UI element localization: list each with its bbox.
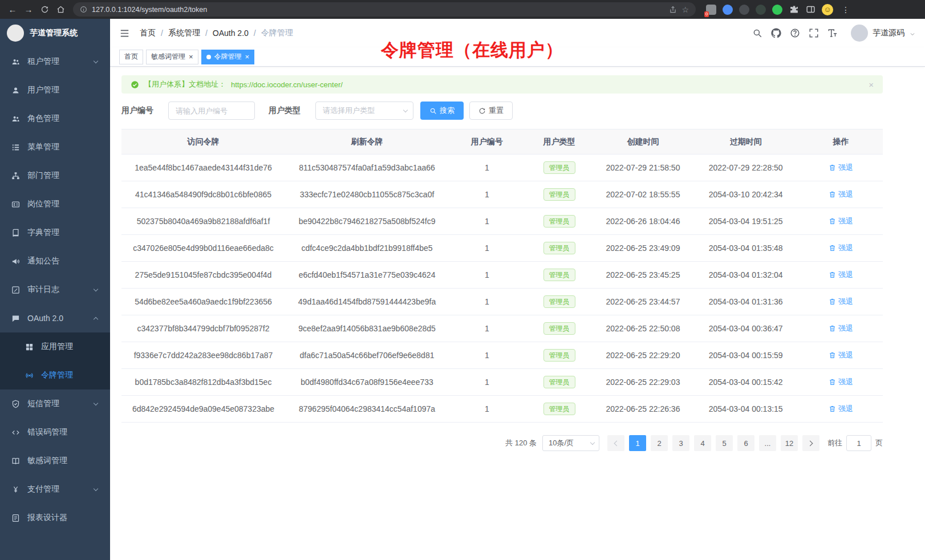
user-menu[interactable]: 芋道源码: [851, 25, 916, 42]
extension-icon[interactable]: [756, 5, 766, 15]
close-icon[interactable]: ×: [189, 53, 193, 60]
force-logout-button[interactable]: 强退: [829, 323, 853, 334]
next-page-button[interactable]: [802, 435, 819, 451]
force-logout-button[interactable]: 强退: [829, 270, 853, 280]
breadcrumb-item[interactable]: 系统管理: [168, 28, 200, 38]
search-icon[interactable]: [752, 28, 762, 38]
sidebar-item-pay[interactable]: 支付管理: [0, 475, 110, 504]
total-count: 共 120 条: [505, 438, 537, 448]
force-logout-button[interactable]: 强退: [829, 404, 853, 414]
share-icon[interactable]: [669, 6, 677, 14]
user-type-badge: 管理员: [543, 242, 575, 254]
site-info-icon[interactable]: [80, 6, 87, 13]
edit-log-icon: [11, 286, 20, 294]
extension-icon[interactable]: [723, 5, 733, 15]
browser-home-button[interactable]: [54, 3, 67, 17]
refresh-token-cell: 811c530487574fa0af1a59d3abc1aa66: [285, 155, 449, 181]
browser-reload-button[interactable]: [38, 3, 51, 17]
page-button[interactable]: 5: [716, 435, 733, 451]
sidebar-item-tenant[interactable]: 租户管理: [0, 47, 110, 76]
doc-link[interactable]: https://doc.iocoder.cn/user-center/: [231, 80, 343, 89]
sidebar-item-audit-log[interactable]: 审计日志: [0, 275, 110, 304]
sidebar-item-dept[interactable]: 部门管理: [0, 161, 110, 190]
action-cell: 强退: [799, 181, 883, 208]
browser-profile-avatar[interactable]: ☺: [822, 4, 833, 15]
user-id-cell: 1: [449, 155, 525, 181]
sidebar-item-oauth2[interactable]: OAuth 2.0: [0, 304, 110, 332]
sidebar-item-post[interactable]: 岗位管理: [0, 190, 110, 218]
app-logo[interactable]: 芋道管理系统: [0, 19, 110, 47]
tab-home[interactable]: 首页: [119, 50, 143, 64]
page-button[interactable]: 6: [737, 435, 754, 451]
close-icon[interactable]: ×: [245, 53, 250, 60]
breadcrumb-item[interactable]: OAuth 2.0: [213, 29, 249, 38]
url-text[interactable]: 127.0.0.1:1024/system/oauth2/token: [92, 6, 664, 14]
smiley-icon: ☺: [823, 5, 831, 14]
page-button[interactable]: 1: [629, 435, 646, 451]
chevron-down-icon: [94, 400, 98, 405]
browser-back-button[interactable]: ←: [6, 3, 19, 17]
sidebar-item-sensitive-word[interactable]: 敏感词管理: [0, 447, 110, 475]
tab-token[interactable]: 令牌管理 ×: [201, 50, 255, 64]
page-button[interactable]: 12: [781, 435, 798, 451]
code-icon: [11, 428, 20, 437]
tab-sensitive-word[interactable]: 敏感词管理 ×: [146, 50, 198, 64]
goto-page-input[interactable]: [846, 435, 871, 451]
more-pages-button[interactable]: ...: [759, 435, 776, 451]
browser-forward-button[interactable]: →: [22, 3, 35, 17]
column-header: 用户类型: [525, 129, 594, 155]
sidebar-item-notice[interactable]: 通知公告: [0, 247, 110, 275]
sidebar-item-oauth2-app[interactable]: 应用管理: [0, 332, 110, 361]
access-token-cell: 41c41346a548490f9dc8b01c6bfe0865: [121, 181, 285, 208]
fullscreen-icon[interactable]: [809, 28, 819, 38]
user-avatar: [851, 25, 868, 42]
reset-button[interactable]: 重置: [469, 102, 513, 120]
force-logout-button[interactable]: 强退: [829, 350, 853, 360]
collapse-sidebar-icon[interactable]: [119, 28, 130, 39]
page-button[interactable]: 3: [672, 435, 689, 451]
help-icon[interactable]: [790, 28, 800, 38]
action-cell: 强退: [799, 235, 883, 262]
force-logout-button[interactable]: 强退: [829, 377, 853, 387]
close-icon[interactable]: ×: [869, 80, 874, 90]
extension-icon[interactable]: [739, 5, 749, 15]
prev-page-button[interactable]: [607, 435, 624, 451]
force-logout-button[interactable]: 强退: [829, 163, 853, 173]
browser-menu-icon[interactable]: ⋮: [842, 5, 850, 14]
sidebar-item-oauth2-token[interactable]: 令牌管理: [0, 361, 110, 389]
sidebar-item-role[interactable]: 角色管理: [0, 104, 110, 133]
force-logout-button[interactable]: 强退: [829, 189, 853, 200]
force-logout-button[interactable]: 强退: [829, 297, 853, 307]
github-icon[interactable]: [771, 28, 781, 38]
expire-time-cell: 2054-03-10 20:42:34: [692, 181, 799, 208]
extension-icon[interactable]: 0: [706, 5, 716, 15]
force-logout-button[interactable]: 强退: [829, 216, 853, 226]
force-logout-button[interactable]: 强退: [829, 243, 853, 253]
access-token-cell: c347026e805e4d99b0d116eae66eda8c: [121, 235, 285, 262]
user-id-input[interactable]: [168, 102, 255, 120]
sidebar-item-dict[interactable]: 字典管理: [0, 218, 110, 247]
extension-badge: 0: [704, 11, 709, 17]
sidebar-item-error-code[interactable]: 错误码管理: [0, 418, 110, 447]
check-circle-icon: [131, 80, 139, 89]
sidebar-item-sms[interactable]: 短信管理: [0, 389, 110, 418]
table-row: f9336e7c7dd242a283ee98dc86b17a87 dfa6c71…: [121, 342, 883, 369]
table-row: 502375b8040a469a9b82188afdf6af1f be90422…: [121, 208, 883, 235]
app-frame: 芋道管理系统 租户管理 用户管理 角色管理 菜单管理: [0, 19, 925, 560]
sidebar-item-user[interactable]: 用户管理: [0, 76, 110, 104]
page-button[interactable]: 2: [651, 435, 668, 451]
extension-icon[interactable]: [772, 5, 782, 15]
tab-split-icon[interactable]: [805, 5, 816, 15]
font-size-icon[interactable]: [827, 28, 838, 38]
extensions-puzzle-icon[interactable]: [789, 5, 799, 15]
page-size-select[interactable]: 10条/页: [542, 435, 599, 451]
bookmark-star-icon[interactable]: ☆: [681, 6, 689, 14]
page-button[interactable]: 4: [694, 435, 711, 451]
create-time-cell: 2022-06-25 22:29:20: [594, 342, 693, 369]
user-type-select[interactable]: 请选择用户类型: [315, 102, 413, 120]
sidebar-item-menu[interactable]: 菜单管理: [0, 133, 110, 161]
address-bar[interactable]: 127.0.0.1:1024/system/oauth2/token ☆: [73, 2, 696, 17]
sidebar-item-report-designer[interactable]: 报表设计器: [0, 504, 110, 532]
search-button[interactable]: 搜索: [420, 102, 464, 120]
breadcrumb-item[interactable]: 首页: [140, 28, 156, 38]
